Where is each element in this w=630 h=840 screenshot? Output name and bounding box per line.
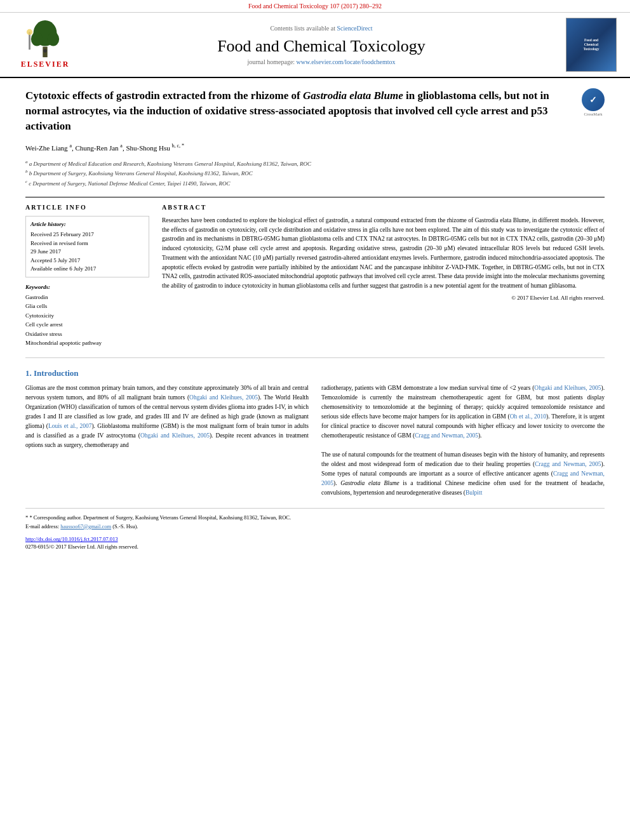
authors: Wei-Zhe Liang a, Chung-Ren Jan a, Shu-Sh…	[25, 142, 605, 153]
footnote-section: * * Corresponding author. Department of …	[25, 508, 605, 550]
history-title: Article history:	[30, 220, 144, 229]
history-online: Available online 6 July 2017	[30, 265, 144, 274]
intro-right-column: radiotherapy, patients with GBM demonstr…	[321, 383, 605, 498]
history-accepted: Accepted 5 July 2017	[30, 257, 144, 265]
journal-reference-text: Food and Chemical Toxicology 107 (2017) …	[248, 3, 382, 10]
intro-heading: 1. Introduction	[25, 368, 605, 378]
article-info-abstract: ARTICLE INFO Article history: Received 2…	[25, 204, 605, 347]
keyword-5: Oxidative stress	[25, 330, 149, 338]
keyword-4: Cell cycle arrest	[25, 320, 149, 329]
history-received: Received 25 February 2017	[30, 230, 144, 239]
article-title-section: Cytotoxic effects of gastrodin extracted…	[25, 88, 605, 133]
article-info-heading: ARTICLE INFO	[25, 204, 149, 211]
keywords-title: Keywords:	[25, 284, 149, 290]
science-direct-link[interactable]: ScienceDirect	[337, 25, 372, 32]
doi-link: http://dx.doi.org/10.1016/j.fct.2017.07.…	[25, 536, 605, 542]
ref-bulpitt: Bulpitt	[466, 490, 482, 496]
ref-cragg-1: Cragg and Newman, 2005	[415, 432, 478, 439]
paper-body: Cytotoxic effects of gastrodin extracted…	[0, 78, 630, 560]
history-revised-date: 29 June 2017	[30, 248, 144, 257]
divider-2	[25, 357, 605, 358]
copyright-notice: © 2017 Elsevier Ltd. All rights reserved…	[162, 295, 605, 301]
ref-ohgaki-2: Ohgaki and Kleihues, 2005	[140, 432, 210, 439]
elsevier-wordmark: ELSEVIER	[21, 60, 70, 69]
intro-right-text: radiotherapy, patients with GBM demonstr…	[321, 383, 605, 498]
homepage-link[interactable]: www.elsevier.com/locate/foodchemtox	[297, 58, 396, 65]
ref-ohgaki-3: Ohgaki and Kleihues, 2005	[534, 385, 601, 391]
history-revised-label: Received in revised form	[30, 239, 144, 248]
science-direct-notice: Contents lists available at ScienceDirec…	[270, 25, 372, 32]
footnote-corresponding: * * Corresponding author. Department of …	[25, 514, 605, 523]
ref-louis: Louis et al., 2007	[48, 423, 92, 429]
svg-point-5	[27, 29, 32, 35]
abstract-heading: ABSTRACT	[162, 204, 605, 211]
abstract-text: Researches have been conducted to explor…	[162, 216, 605, 291]
article-history: Article history: Received 25 February 20…	[25, 216, 149, 277]
crossmark-section: ✓ CrossMark	[582, 88, 605, 116]
svg-point-3	[48, 32, 59, 46]
keyword-6: Mitochondrial apoptotic pathway	[25, 338, 149, 347]
journal-header: ELSEVIER Contents lists available at Sci…	[0, 13, 630, 78]
journal-name: Food and Chemical Toxicology	[217, 37, 426, 56]
svg-point-6	[43, 49, 47, 53]
divider-1	[25, 197, 605, 197]
crossmark-logo: ✓	[582, 88, 605, 111]
journal-homepage: journal homepage: www.elsevier.com/locat…	[247, 58, 395, 65]
ref-oh: Oh et al., 2010	[510, 413, 546, 420]
journal-title-section: Contents lists available at ScienceDirec…	[86, 18, 556, 72]
email-link[interactable]: haussoo67@gmail.com	[60, 523, 111, 530]
footnote-email: E-mail address: haussoo67@gmail.com (S.-…	[25, 523, 605, 531]
intro-left-text: Gliomas are the most common primary brai…	[25, 383, 309, 450]
doi-anchor[interactable]: http://dx.doi.org/10.1016/j.fct.2017.07.…	[25, 536, 118, 542]
svg-point-2	[31, 32, 43, 46]
affiliations: a a Department of Medical Education and …	[25, 159, 605, 189]
keyword-3: Cytotoxicity	[25, 311, 149, 320]
keyword-1: Gastrodin	[25, 293, 149, 302]
article-info-column: ARTICLE INFO Article history: Received 2…	[25, 204, 149, 347]
journal-cover-section: Food andChemicalToxicology	[563, 18, 620, 72]
elsevier-logo: ELSEVIER	[20, 20, 70, 69]
issn-text: 0278-6915/© 2017 Elsevier Ltd. All right…	[25, 543, 605, 550]
keyword-2: Glia cells	[25, 302, 149, 310]
introduction-heading-row: 1. Introduction	[25, 368, 605, 378]
journal-reference: Food and Chemical Toxicology 107 (2017) …	[0, 0, 630, 13]
article-title: Cytotoxic effects of gastrodin extracted…	[25, 88, 575, 133]
elsevier-tree-icon	[20, 20, 70, 58]
keywords-section: Keywords: Gastrodin Glia cells Cytotoxic…	[25, 284, 149, 347]
elsevier-logo-section: ELSEVIER	[10, 18, 80, 72]
ref-ohgaki-1: Ohgaki and Kleihues, 2005	[189, 394, 258, 401]
abstract-column: ABSTRACT Researches have been conducted …	[162, 204, 605, 347]
ref-cragg-2: Cragg and Newman, 2005	[535, 461, 601, 467]
introduction-body: Gliomas are the most common primary brai…	[25, 383, 605, 498]
journal-cover-image: Food andChemicalToxicology	[566, 18, 617, 72]
intro-left-column: Gliomas are the most common primary brai…	[25, 383, 309, 498]
